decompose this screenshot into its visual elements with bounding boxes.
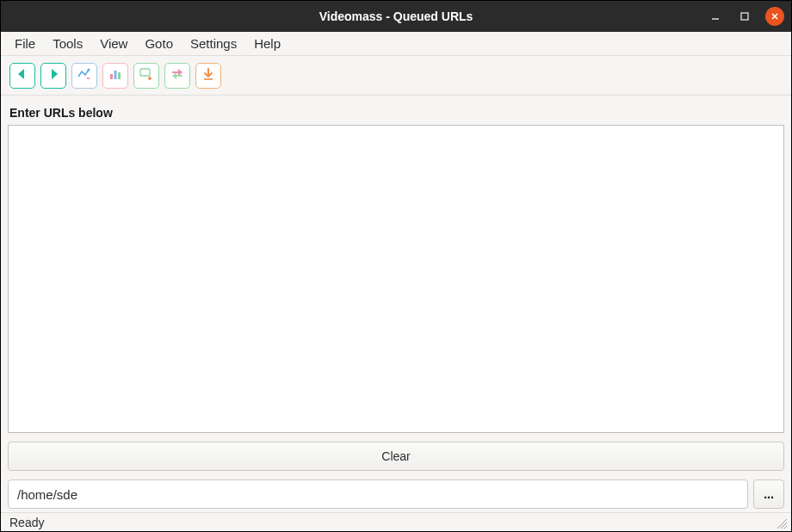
back-button[interactable] [9,63,35,89]
statusbar: Ready [1,512,791,531]
menu-help[interactable]: Help [245,33,289,54]
forward-button[interactable] [40,63,66,89]
menu-goto[interactable]: Goto [136,33,182,54]
url-textarea[interactable] [8,125,784,433]
download-button[interactable] [195,63,221,89]
svg-rect-9 [140,69,150,76]
stats-button[interactable] [71,63,97,89]
app-window: Videomass - Queued URLs File Tools View … [0,0,792,532]
svg-point-4 [88,69,90,71]
menu-settings[interactable]: Settings [182,33,245,54]
menubar: File Tools View Goto Settings Help [1,32,791,56]
svg-rect-8 [118,72,121,79]
add-button[interactable] [133,63,159,89]
svg-line-14 [781,523,787,529]
clear-button[interactable]: Clear [8,442,784,471]
chart-button[interactable] [102,63,128,89]
svg-rect-1 [741,13,748,20]
add-icon [139,66,154,84]
browse-button[interactable]: ... [753,479,784,509]
url-label: Enter URLs below [8,102,784,125]
menu-view[interactable]: View [91,33,136,54]
window-title: Videomass - Queued URLs [319,9,473,23]
stats-icon [77,66,92,84]
path-row: ... [8,479,784,509]
window-controls [707,7,784,26]
download-icon [201,66,216,84]
menu-file[interactable]: File [6,33,44,54]
toolbar [1,56,791,96]
convert-icon [170,66,185,84]
maximize-button[interactable] [736,8,753,25]
svg-line-15 [784,526,787,529]
minimize-button[interactable] [707,8,724,25]
titlebar: Videomass - Queued URLs [1,1,791,32]
path-input[interactable] [8,479,748,509]
svg-rect-6 [110,74,113,79]
close-button[interactable] [765,7,784,26]
menu-tools[interactable]: Tools [44,33,91,54]
back-icon [15,66,30,84]
chart-icon [108,66,123,84]
status-text: Ready [9,516,44,529]
svg-rect-7 [114,71,117,79]
convert-button[interactable] [164,63,190,89]
content-area: Enter URLs below Clear ... [1,96,791,512]
resize-grip-icon[interactable] [774,516,788,529]
forward-icon [46,66,61,84]
